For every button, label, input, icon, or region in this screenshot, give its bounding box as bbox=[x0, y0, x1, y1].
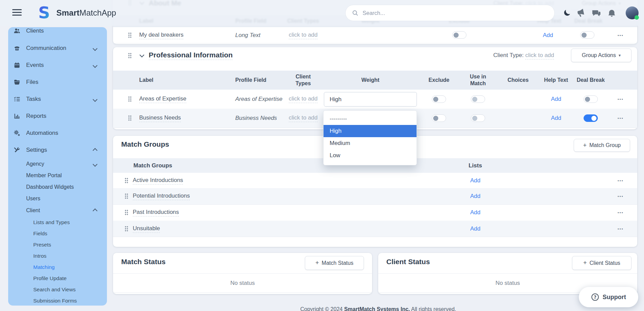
caret-down-icon: ▾ bbox=[619, 53, 621, 58]
row-menu-button[interactable]: ••• bbox=[618, 116, 624, 120]
plus-icon: + bbox=[315, 259, 319, 267]
gears-icon bbox=[14, 130, 20, 136]
section-header-row: Professional Information Client Type: cl… bbox=[113, 47, 637, 63]
drag-handle-icon[interactable] bbox=[125, 209, 128, 215]
drag-handle-icon[interactable] bbox=[128, 32, 132, 38]
lists-add-link[interactable]: Add bbox=[470, 193, 480, 200]
field-client-types-add[interactable]: click to add bbox=[289, 95, 317, 103]
sidebar-item-users[interactable]: Users bbox=[8, 194, 107, 204]
help-text-add-link[interactable]: Add bbox=[551, 96, 561, 103]
client-type-add[interactable]: click to add bbox=[525, 52, 554, 59]
match-status-card: Match Status + Match Status No status bbox=[113, 253, 372, 294]
drag-handle-icon[interactable] bbox=[128, 115, 132, 121]
add-match-group-button[interactable]: + Match Group bbox=[574, 139, 630, 152]
match-group-name[interactable]: Potential Introductions bbox=[133, 193, 190, 200]
sidebar-item-reports[interactable]: Reports bbox=[8, 111, 107, 121]
lists-add-link[interactable]: Add bbox=[470, 225, 480, 232]
weight-option-low[interactable]: Low bbox=[324, 149, 417, 162]
field-label[interactable]: My deal breakers bbox=[139, 31, 183, 39]
sidebar-item-tasks[interactable]: Tasks bbox=[8, 94, 107, 104]
messages-icon[interactable] bbox=[591, 8, 601, 19]
sidebar-item-communication[interactable]: Communication bbox=[8, 43, 107, 53]
row-menu-button[interactable]: ••• bbox=[618, 179, 624, 183]
col-match-groups: Match Groups bbox=[133, 162, 172, 169]
exclude-toggle[interactable] bbox=[432, 114, 446, 122]
svg-text:?: ? bbox=[594, 295, 596, 300]
section-title[interactable]: Professional Information bbox=[149, 51, 233, 60]
sidebar-item-member-portal[interactable]: Member Portal bbox=[8, 170, 107, 181]
drag-handle-icon[interactable] bbox=[128, 96, 132, 102]
phone-icon bbox=[14, 45, 20, 52]
exclude-toggle[interactable] bbox=[452, 31, 466, 39]
sidebar-item-submission-forms[interactable]: Submission Forms bbox=[8, 296, 107, 306]
app-logo[interactable]: S bbox=[35, 3, 53, 22]
plus-icon: + bbox=[583, 142, 587, 149]
use-in-match-toggle[interactable] bbox=[471, 114, 485, 122]
col-choices: Choices bbox=[508, 77, 529, 83]
hamburger-menu-button[interactable] bbox=[12, 9, 22, 17]
chevron-down-icon[interactable] bbox=[140, 53, 144, 57]
add-client-status-button[interactable]: + Client Status bbox=[572, 256, 631, 270]
sidebar-item-files[interactable]: Files bbox=[8, 77, 107, 87]
use-in-match-toggle[interactable] bbox=[471, 95, 485, 103]
sidebar-item-search-and-views[interactable]: Search and Views bbox=[8, 285, 107, 295]
lists-add-link[interactable]: Add bbox=[470, 177, 480, 184]
match-group-name[interactable]: Active Introductions bbox=[133, 177, 183, 184]
row-menu-button[interactable]: ••• bbox=[618, 227, 624, 231]
avatar[interactable] bbox=[626, 6, 639, 19]
drag-handle-icon[interactable] bbox=[125, 178, 128, 183]
drag-handle-icon[interactable] bbox=[125, 193, 128, 199]
field-label[interactable]: Business Needs bbox=[139, 114, 181, 122]
weight-select[interactable]: High bbox=[324, 92, 417, 107]
add-match-status-button[interactable]: + Match Status bbox=[305, 256, 364, 270]
help-text-add-link[interactable]: Add bbox=[551, 115, 561, 122]
sidebar-item-agency[interactable]: Agency bbox=[8, 159, 107, 169]
support-button[interactable]: ? Support bbox=[579, 287, 638, 307]
chevron-down-icon bbox=[93, 46, 97, 51]
deal-break-toggle[interactable] bbox=[584, 114, 598, 122]
sidebar-item-clients[interactable]: Clients bbox=[8, 26, 107, 36]
field-label[interactable]: Areas of Expertise bbox=[139, 95, 186, 103]
notifications-bell-icon[interactable] bbox=[607, 8, 616, 19]
weight-option-none[interactable]: --------- bbox=[324, 113, 417, 125]
group-actions-button[interactable]: Group Actions ▾ bbox=[571, 49, 631, 62]
announcements-icon[interactable] bbox=[576, 8, 585, 19]
help-text-add-link[interactable]: Add bbox=[543, 32, 553, 39]
sidebar-item-client[interactable]: Client bbox=[8, 205, 107, 216]
col-use-in-match: Use in Match bbox=[464, 73, 492, 87]
weight-option-medium[interactable]: Medium bbox=[324, 137, 417, 149]
sidebar-item-matching[interactable]: Matching bbox=[8, 262, 107, 272]
sidebar-item-dashboard-widgets[interactable]: Dashboard Widgets bbox=[8, 182, 107, 192]
sidebar-item-settings[interactable]: Settings bbox=[8, 145, 107, 155]
app-title: SmartMatchApp bbox=[56, 8, 116, 18]
row-menu-button[interactable]: ••• bbox=[618, 33, 624, 37]
lists-add-link[interactable]: Add bbox=[470, 209, 480, 216]
sidebar-item-intros[interactable]: Intros bbox=[8, 251, 107, 261]
sidebar-item-events[interactable]: Events bbox=[8, 60, 107, 70]
row-menu-button[interactable]: ••• bbox=[618, 211, 624, 215]
exclude-toggle[interactable] bbox=[432, 95, 446, 103]
sidebar-item-fields[interactable]: Fields bbox=[8, 228, 107, 239]
plus-icon: + bbox=[583, 259, 587, 267]
field-client-types-add[interactable]: click to add bbox=[289, 31, 317, 39]
match-group-row: Potential Introductions Add ••• bbox=[113, 188, 637, 205]
sidebar-item-automations[interactable]: Automations bbox=[8, 128, 107, 138]
weight-option-high[interactable]: High bbox=[324, 125, 417, 137]
match-group-name[interactable]: Past Introductions bbox=[133, 209, 179, 217]
checklist-icon bbox=[14, 96, 20, 103]
deal-break-toggle[interactable] bbox=[580, 31, 594, 39]
row-menu-button[interactable]: ••• bbox=[618, 97, 624, 101]
sidebar-item-presets[interactable]: Presets bbox=[8, 240, 107, 250]
row-menu-button[interactable]: ••• bbox=[618, 194, 624, 198]
field-client-types-add[interactable]: click to add bbox=[289, 114, 317, 122]
search-bar[interactable] bbox=[345, 5, 555, 21]
deal-break-toggle[interactable] bbox=[584, 95, 598, 103]
match-group-name[interactable]: Unsuitable bbox=[133, 225, 160, 233]
sidebar-item-lists-and-types[interactable]: Lists and Types bbox=[8, 217, 107, 227]
drag-handle-icon[interactable] bbox=[128, 53, 132, 58]
dark-mode-toggle-icon[interactable] bbox=[563, 9, 571, 18]
sidebar-item-profile-update[interactable]: Profile Update bbox=[8, 273, 107, 283]
search-input[interactable] bbox=[362, 10, 547, 17]
folder-icon bbox=[14, 79, 20, 86]
drag-handle-icon[interactable] bbox=[125, 226, 128, 232]
